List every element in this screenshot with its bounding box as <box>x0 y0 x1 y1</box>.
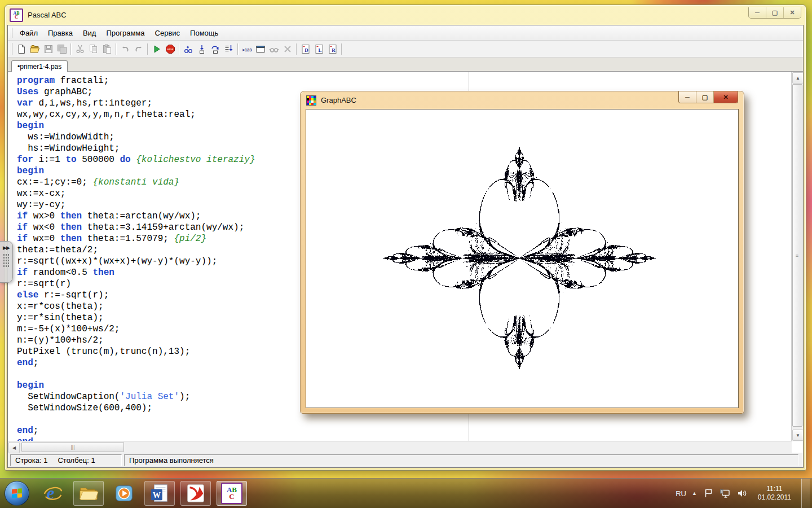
paste-icon <box>102 44 112 54</box>
status-line: Строка: 1 <box>15 456 47 465</box>
menu-help[interactable]: Помощь <box>185 27 223 39</box>
menu-edit[interactable]: Правка <box>43 27 78 39</box>
calc-values-button[interactable]: >123 <box>240 42 254 56</box>
scroll-left-arrow[interactable]: ◀ <box>8 442 20 453</box>
add-watch-icon <box>183 44 193 54</box>
clock-time: 11:11 <box>758 485 791 493</box>
ie-icon: e <box>42 483 64 504</box>
graph-close-button[interactable]: ✕ <box>713 91 738 103</box>
scroll-up-arrow[interactable]: ▲ <box>792 72 803 84</box>
status-message: Программа выполняется <box>129 456 214 465</box>
status-message-panel: Программа выполняется <box>124 454 798 466</box>
paste-button[interactable] <box>100 42 114 56</box>
graphabc-title-bar[interactable]: GraphABC ─▢✕ <box>301 91 744 109</box>
add-watch-button[interactable] <box>182 42 195 56</box>
taskbar-windows-explorer[interactable] <box>73 481 104 506</box>
menu-program[interactable]: Программа <box>101 27 149 39</box>
graph-minimize-button[interactable]: ─ <box>679 91 696 103</box>
abc-icon: ABC <box>221 483 242 504</box>
save-all-button[interactable] <box>55 42 69 56</box>
vertical-scrollbar[interactable]: ▲ ≡ ▼ <box>791 72 803 441</box>
horizontal-scrollbar[interactable]: ◀ ||| <box>8 441 792 453</box>
start-button[interactable] <box>5 481 29 506</box>
svg-text:e: e <box>47 483 55 503</box>
language-indicator[interactable]: RU <box>676 489 686 498</box>
clock[interactable]: 11:11 01.02.2011 <box>753 485 796 502</box>
svg-text:D: D <box>304 47 308 53</box>
to123-icon: >123 <box>242 44 252 54</box>
toolbar-separator <box>70 43 72 55</box>
toolbar-separator <box>237 43 239 55</box>
stop-button[interactable]: STOP <box>164 42 177 56</box>
run-icon <box>152 44 162 54</box>
doc-r-button[interactable]: R <box>326 42 339 56</box>
close-x-icon <box>283 44 293 54</box>
show-desktop-button[interactable] <box>801 479 810 508</box>
menu-items: ФайлПравкаВидПрограммаСервисПомощь <box>15 27 223 39</box>
code-line: program fractali; <box>17 75 792 86</box>
menu-service[interactable]: Сервис <box>150 27 186 39</box>
close-file-button[interactable] <box>281 42 294 56</box>
taskbar-media-player[interactable] <box>109 481 139 505</box>
expand-panel-icon: ▶▶ <box>3 245 10 251</box>
window-minimize-button[interactable]: ─ <box>749 7 766 18</box>
show-hidden-icons-icon[interactable]: ▲ <box>692 491 697 496</box>
graph-maximize-button[interactable]: ▢ <box>696 91 713 103</box>
taskbar-adobe-reader[interactable] <box>180 481 211 506</box>
side-panel-handle[interactable]: ▶▶ <box>0 241 13 283</box>
volume-icon[interactable] <box>736 488 748 499</box>
toolbar-grip <box>10 43 12 54</box>
taskbar-pascal-abc[interactable]: ABC <box>217 481 247 506</box>
toolbar-separator <box>147 43 148 55</box>
menu-bar: ФайлПравкаВидПрограммаСервисПомощь <box>8 25 803 41</box>
pascal-abc-app-icon: ABC <box>10 8 23 22</box>
window-maximize-button[interactable]: ▢ <box>766 7 783 18</box>
adobe-icon <box>185 483 206 504</box>
status-bar: Строка: 1 Столбец: 1 Программа выполняет… <box>8 453 803 467</box>
scroll-down-arrow[interactable]: ▼ <box>792 430 803 441</box>
taskbar: eWABC RU ▲ 11:11 01.02.2011 <box>0 478 812 508</box>
step-into-button[interactable] <box>195 42 209 56</box>
open-file-button[interactable] <box>28 42 42 56</box>
windows-flag-icon <box>12 488 22 498</box>
redo-button[interactable] <box>132 42 145 56</box>
menu-grip <box>10 28 12 38</box>
menu-view[interactable]: Вид <box>78 27 102 39</box>
watch-icon <box>269 44 279 54</box>
undo-button[interactable] <box>118 42 132 56</box>
window-close-button[interactable]: ✕ <box>783 7 801 18</box>
save-all-icon <box>57 44 67 54</box>
explorer-icon <box>78 483 99 504</box>
status-column: Столбец: 1 <box>58 456 95 465</box>
title-bar[interactable]: ABC Pascal ABC ─▢✕ <box>5 5 806 25</box>
wmp-icon <box>113 483 135 504</box>
vertical-scroll-thumb[interactable]: ≡ <box>792 84 802 427</box>
taskbar-items: eWABC <box>38 481 247 506</box>
window-title: Pascal ABC <box>28 11 67 19</box>
new-window-button[interactable] <box>254 42 267 56</box>
doc-l-button[interactable]: L <box>312 42 326 56</box>
tab-primer1-4[interactable]: •primer1-4.pas <box>11 60 68 72</box>
toolbar-separator <box>179 43 180 55</box>
goto-definition-button[interactable] <box>222 42 236 56</box>
new-file-button[interactable] <box>15 42 28 56</box>
thumb-grip: ||| <box>70 444 74 450</box>
doc-d-button[interactable]: D <box>299 42 312 56</box>
step-over-button[interactable] <box>209 42 222 56</box>
svg-text:STOP: STOP <box>167 47 174 50</box>
stop-icon: STOP <box>165 44 175 54</box>
save-icon <box>43 44 54 54</box>
copy-icon <box>89 44 99 54</box>
taskbar-internet-explorer[interactable]: e <box>38 481 68 505</box>
action-center-flag-icon[interactable] <box>703 488 714 499</box>
network-icon[interactable] <box>720 488 731 499</box>
cut-button[interactable] <box>73 42 87 56</box>
run-button[interactable] <box>150 42 164 56</box>
watch-button[interactable] <box>267 42 281 56</box>
undo-icon <box>120 44 130 54</box>
horizontal-scroll-thumb[interactable]: ||| <box>21 442 124 452</box>
menu-file[interactable]: Файл <box>15 27 43 39</box>
taskbar-word[interactable]: W <box>144 481 175 506</box>
copy-button[interactable] <box>87 42 100 56</box>
save-button[interactable] <box>42 42 55 56</box>
